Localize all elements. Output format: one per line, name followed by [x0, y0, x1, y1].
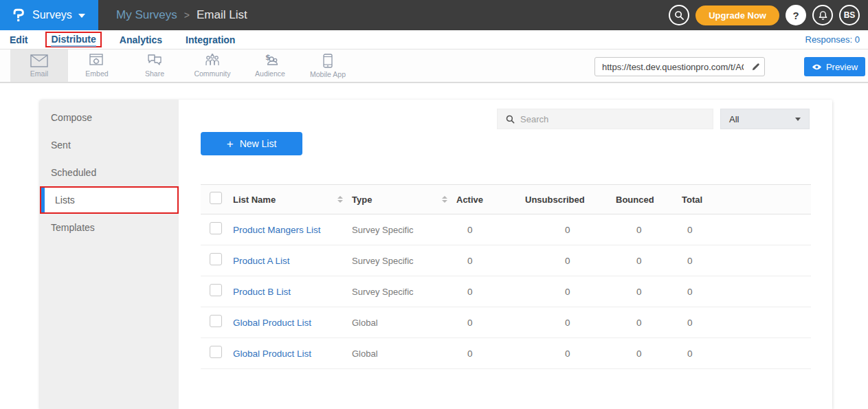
list-type: Global [347, 349, 452, 359]
preview-button[interactable]: Preview [804, 57, 865, 76]
upgrade-now-button[interactable]: Upgrade Now [695, 5, 779, 25]
breadcrumb-my-surveys[interactable]: My Surveys [116, 8, 177, 22]
header-type-label: Type [352, 195, 372, 205]
row-checkbox[interactable] [210, 284, 222, 296]
bounced-count: 0 [611, 287, 677, 297]
user-avatar[interactable]: BS [839, 5, 860, 25]
notifications-bell-icon[interactable] [812, 5, 833, 25]
bounced-count: 0 [611, 349, 677, 359]
row-checkbox[interactable] [210, 253, 222, 265]
list-search-input[interactable] [520, 114, 692, 124]
embed-icon [89, 54, 104, 67]
tab-email[interactable]: Email [10, 49, 68, 82]
tab-embed[interactable]: Embed [68, 49, 126, 82]
row-checkbox[interactable] [210, 346, 222, 358]
breadcrumb-current: Email List [197, 8, 247, 22]
table-row: Product Mangers List Survey Specific 0 0… [201, 214, 811, 245]
row-checkbox[interactable] [210, 222, 222, 234]
chevron-down-icon [78, 14, 85, 18]
sidebar-item-lists[interactable]: Lists [40, 186, 179, 214]
list-name-link[interactable]: Global Product List [228, 318, 347, 328]
community-icon [204, 54, 221, 67]
lists-content: All + New List List Name Type [179, 100, 832, 409]
responses-count[interactable]: Responses: 0 [805, 34, 860, 45]
eye-icon [812, 63, 822, 71]
total-count: 0 [677, 287, 811, 297]
select-all-checkbox[interactable] [210, 192, 222, 204]
tab-embed-label: Embed [85, 69, 108, 78]
header-active: Active [452, 195, 520, 205]
header-total: Total [677, 195, 811, 205]
header-type[interactable]: Type [347, 195, 452, 205]
list-name-link[interactable]: Global Product List [228, 349, 347, 359]
tab-share-label: Share [145, 69, 164, 78]
sidebar-item-sent[interactable]: Sent [40, 131, 179, 159]
distribute-toolbar: Email Embed Share Community $ Audience M… [0, 49, 868, 83]
table-row: Product A List Survey Specific 0 0 0 0 [201, 245, 811, 276]
total-count: 0 [677, 349, 811, 359]
table-row: Global Product List Global 0 0 0 0 [201, 307, 811, 338]
email-icon [30, 54, 48, 67]
survey-url-field [594, 57, 765, 76]
lists-table: List Name Type Active Unsubscribed Bounc… [201, 184, 811, 369]
row-checkbox[interactable] [210, 315, 222, 327]
main-area: Compose Sent Scheduled Lists Templates A… [0, 83, 868, 409]
mobile-app-icon [323, 54, 333, 68]
new-list-button-label: New List [240, 138, 277, 149]
sort-icon[interactable] [337, 196, 343, 203]
list-type: Survey Specific [347, 287, 452, 297]
header-unsubscribed: Unsubscribed [520, 195, 611, 205]
share-icon [146, 54, 163, 67]
unsubscribed-count: 0 [520, 287, 611, 297]
sidebar-item-compose[interactable]: Compose [40, 104, 179, 131]
survey-nav: Edit Distribute Analytics Integration Re… [0, 30, 868, 49]
list-type: Survey Specific [347, 256, 452, 266]
sort-icon[interactable] [442, 196, 447, 203]
nav-item-distribute-label: Distribute [51, 34, 96, 47]
active-count: 0 [452, 256, 520, 266]
table-row: Global Product List Global 0 0 0 0 [201, 338, 811, 369]
total-count: 0 [677, 225, 811, 235]
list-name-link[interactable]: Product A List [228, 256, 347, 266]
breadcrumb: My Surveys > Email List [116, 8, 247, 22]
bounced-count: 0 [611, 318, 677, 328]
tab-share[interactable]: Share [126, 49, 183, 82]
active-count: 0 [452, 318, 520, 328]
chevron-down-icon [795, 118, 801, 121]
unsubscribed-count: 0 [520, 225, 611, 235]
search-icon[interactable] [669, 5, 689, 25]
plus-icon: + [227, 138, 234, 150]
list-type: Global [347, 318, 452, 328]
product-switcher[interactable]: Surveys [0, 0, 98, 30]
active-count: 0 [452, 349, 520, 359]
tab-audience[interactable]: $ Audience [241, 49, 299, 82]
edit-url-pencil-icon[interactable] [746, 58, 764, 76]
tab-community[interactable]: Community [183, 49, 241, 82]
sidebar-item-scheduled[interactable]: Scheduled [40, 159, 179, 186]
list-name-link[interactable]: Product B List [228, 287, 347, 297]
tab-mobile-app[interactable]: Mobile App [299, 49, 357, 82]
bounced-count: 0 [611, 225, 677, 235]
nav-item-analytics[interactable]: Analytics [120, 34, 162, 45]
help-button[interactable]: ? [786, 5, 806, 25]
email-side-panel: Compose Sent Scheduled Lists Templates [40, 100, 179, 409]
list-name-link[interactable]: Product Mangers List [228, 225, 347, 235]
sidebar-item-templates[interactable]: Templates [40, 214, 179, 241]
nav-item-edit[interactable]: Edit [10, 34, 27, 45]
total-count: 0 [677, 318, 811, 328]
email-lists-card: Compose Sent Scheduled Lists Templates A… [40, 100, 832, 409]
survey-url-input[interactable] [595, 62, 746, 72]
nav-item-integration[interactable]: Integration [186, 34, 235, 45]
active-count: 0 [452, 287, 520, 297]
topbar: Surveys My Surveys > Email List Upgrade … [0, 0, 868, 30]
questionpro-logo-icon [11, 7, 26, 23]
total-count: 0 [677, 256, 811, 266]
list-search-box [497, 109, 713, 129]
list-filter-dropdown[interactable]: All [720, 109, 810, 129]
new-list-button[interactable]: + New List [201, 132, 302, 155]
header-list-name[interactable]: List Name [228, 195, 347, 205]
header-bounced: Bounced [611, 195, 677, 205]
tab-mobile-app-label: Mobile App [310, 70, 346, 78]
nav-item-distribute[interactable]: Distribute [45, 32, 101, 47]
audience-icon: $ [261, 54, 279, 67]
